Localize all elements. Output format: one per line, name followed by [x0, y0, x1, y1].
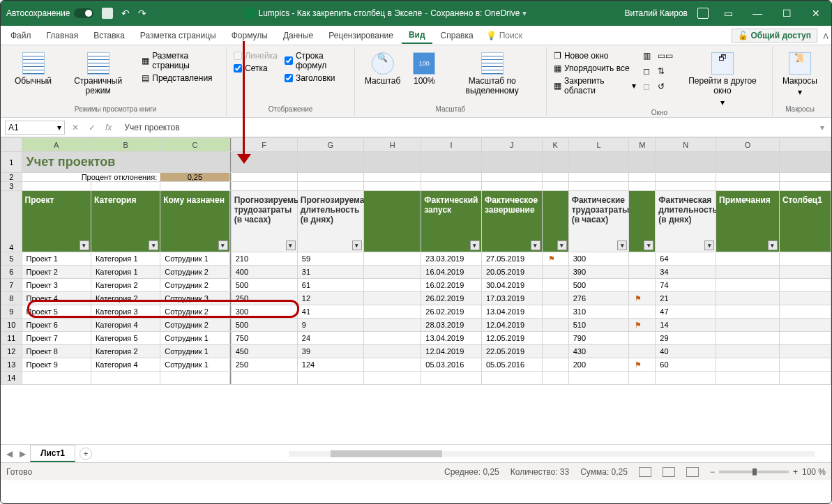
new-window-button[interactable]: ❐Новое окно — [554, 51, 636, 61]
ruler-checkbox[interactable] — [234, 52, 242, 60]
user-name[interactable]: Виталий Каиров — [624, 8, 688, 18]
min-button[interactable]: — — [748, 5, 767, 22]
col-header-I[interactable]: I — [421, 138, 482, 152]
close-button[interactable]: ✕ — [806, 5, 826, 22]
normal-view-button[interactable]: Обычный — [12, 51, 54, 87]
spreadsheet[interactable]: A B C F G H I J K L M N O 1 Учет проекто… — [1, 137, 831, 444]
col-header-O[interactable]: O — [716, 138, 780, 152]
switch-windows-button[interactable]: 🗗Перейти в другое окно▾ — [680, 51, 765, 109]
filter-icon[interactable]: ▾ — [704, 240, 714, 250]
zoom-slider[interactable] — [719, 471, 789, 473]
zoom-out-button[interactable]: − — [710, 467, 715, 477]
custom-views-button[interactable]: ▤Представления — [142, 73, 219, 83]
undo-icon[interactable]: ↶ — [121, 8, 130, 19]
filter-icon[interactable]: ▾ — [352, 240, 362, 250]
table-row[interactable]: 5Проект 1Категория 1Сотрудник 12105923.0… — [1, 252, 831, 266]
zoom-in-button[interactable]: + — [793, 467, 798, 477]
zoom-button[interactable]: 🔍Масштаб — [362, 51, 403, 87]
col-header-L[interactable]: L — [568, 138, 629, 152]
tab-formulas[interactable]: Формулы — [225, 28, 275, 43]
table-row[interactable]: 8Проект 4Категория 2Сотрудник 32501226.0… — [1, 292, 831, 305]
user-avatar-icon[interactable] — [697, 8, 709, 19]
h-scrollbar[interactable] — [93, 448, 829, 459]
view-layout-icon[interactable] — [663, 467, 675, 477]
filter-icon[interactable]: ▾ — [644, 240, 653, 250]
freeze-panes-button[interactable]: ▦Закрепить области▾ — [554, 76, 636, 96]
share-button[interactable]: 🔓 Общий доступ — [732, 29, 817, 43]
row-header-7[interactable]: 7 — [1, 279, 22, 292]
title-cell[interactable]: Учет проектов — [22, 152, 160, 173]
col-header-H[interactable]: H — [363, 138, 421, 152]
enter-icon[interactable]: ✓ — [86, 123, 98, 132]
table-row[interactable]: 13Проект 9Категория 4Сотрудник 125012405… — [1, 358, 831, 372]
table-row[interactable]: 10Проект 6Категория 4Сотрудник 2500928.0… — [1, 319, 831, 332]
filter-icon[interactable]: ▾ — [149, 240, 158, 250]
split-icon[interactable]: ▥ — [643, 51, 651, 61]
tab-home[interactable]: Главная — [40, 28, 86, 43]
reset-pos-icon[interactable]: ↺ — [658, 82, 673, 91]
pct-value[interactable]: 0,25 — [160, 173, 229, 182]
view-pagebreak-icon[interactable] — [686, 467, 699, 477]
grid-checkbox[interactable] — [234, 64, 242, 72]
macros-button[interactable]: 📜Макросы▾ — [780, 51, 820, 99]
page-break-button[interactable]: Страничный режим — [61, 51, 135, 98]
ribbon-opts-icon[interactable]: ▭ — [718, 5, 738, 22]
col-header-J[interactable]: J — [481, 138, 542, 152]
name-box[interactable]: A1▾ — [5, 121, 65, 135]
max-button[interactable]: ☐ — [777, 5, 796, 22]
saved-location[interactable]: Сохранено в: OneDrive — [430, 8, 520, 18]
row-header-14[interactable]: 14 — [1, 372, 22, 385]
redo-icon[interactable]: ↷ — [138, 8, 146, 19]
col-header-F[interactable]: F — [231, 138, 297, 152]
collapse-ribbon-icon[interactable]: ʌ — [823, 30, 829, 41]
table-row[interactable]: 7Проект 3Категория 2Сотрудник 25006116.0… — [1, 279, 831, 292]
col-header-C[interactable]: C — [160, 138, 229, 152]
select-all-button[interactable] — [1, 138, 22, 152]
search-box[interactable]: 💡Поиск — [486, 31, 522, 40]
formulabar-checkbox[interactable] — [285, 56, 293, 65]
unhide-icon[interactable]: ◻ — [643, 82, 651, 91]
col-header-K[interactable]: K — [542, 138, 568, 152]
zoom-selection-button[interactable]: Масштаб по выделенному — [445, 51, 539, 98]
row-header-5[interactable]: 5 — [1, 252, 22, 266]
row-header-8[interactable]: 8 — [1, 292, 22, 305]
formula-input[interactable]: Учет проектов — [119, 123, 813, 132]
row-header-4[interactable]: 4 — [1, 191, 22, 252]
pagelayout-view-button[interactable]: ▦Разметка страницы — [142, 51, 219, 70]
headings-checkbox[interactable] — [285, 74, 293, 82]
filter-icon[interactable]: ▾ — [557, 240, 567, 250]
pct-label[interactable]: Процент отклонения: — [22, 173, 160, 182]
row-header-12[interactable]: 12 — [1, 345, 22, 358]
tab-help[interactable]: Справка — [434, 28, 481, 43]
row-header-2[interactable]: 2 — [1, 173, 22, 182]
sync-scroll-icon[interactable]: ⇅ — [658, 66, 673, 76]
table-row[interactable]: 12Проект 8Категория 2Сотрудник 14503912.… — [1, 345, 831, 358]
view-normal-icon[interactable] — [639, 467, 651, 477]
sheet-tab-1[interactable]: Лист1 — [30, 445, 75, 462]
hide-icon[interactable]: ◻ — [643, 66, 651, 76]
row-header-9[interactable]: 9 — [1, 305, 22, 319]
tab-review[interactable]: Рецензирование — [322, 28, 400, 43]
col-header-M[interactable]: M — [629, 138, 656, 152]
filter-icon[interactable]: ▾ — [218, 240, 228, 250]
filter-icon[interactable]: ▾ — [617, 240, 627, 250]
filter-icon[interactable]: ▾ — [531, 240, 540, 250]
cancel-icon[interactable]: ✕ — [69, 123, 82, 132]
row-header-13[interactable]: 13 — [1, 358, 22, 372]
tab-nav-next-icon[interactable]: ▶ — [17, 449, 29, 459]
autosave-toggle[interactable] — [74, 8, 93, 18]
col-header-B[interactable]: B — [91, 138, 160, 152]
expand-formula-icon[interactable]: ▾ — [817, 123, 827, 132]
filter-icon[interactable]: ▾ — [768, 240, 778, 250]
filter-icon[interactable]: ▾ — [80, 240, 89, 250]
row-header-1[interactable]: 1 — [1, 152, 22, 173]
col-header-N[interactable]: N — [656, 138, 716, 152]
fx-icon[interactable]: fx — [103, 123, 114, 132]
tab-view[interactable]: Вид — [402, 27, 432, 44]
side-by-side-icon[interactable]: ▭▭ — [658, 51, 673, 61]
filter-icon[interactable]: ▾ — [470, 240, 480, 250]
tab-pagelayout[interactable]: Разметка страницы — [133, 28, 223, 43]
table-row[interactable]: 11Проект 7Категория 5Сотрудник 17502413.… — [1, 332, 831, 345]
table-row[interactable]: 6Проект 2Категория 1Сотрудник 24003116.0… — [1, 266, 831, 279]
row-header-6[interactable]: 6 — [1, 266, 22, 279]
